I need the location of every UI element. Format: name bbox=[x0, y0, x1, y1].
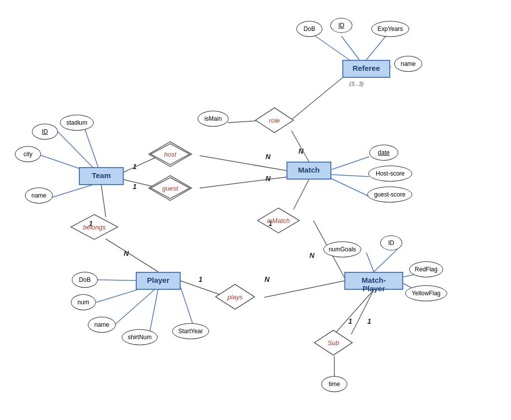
entity-referee: Referee bbox=[342, 60, 390, 78]
rel-role: role bbox=[255, 107, 294, 134]
card-plays-player: 1 bbox=[199, 275, 203, 283]
attr-match-guestscore: guest-score bbox=[367, 187, 412, 203]
attr-player-startyear: StartYear bbox=[172, 323, 209, 339]
svg-line-16 bbox=[291, 131, 309, 162]
attr-team-id: ID bbox=[32, 124, 58, 140]
card-sub-mp1: 1 bbox=[348, 317, 352, 325]
attr-match-hostscore: Host-score bbox=[368, 166, 412, 182]
attr-player-dob: DoB bbox=[72, 272, 98, 288]
rel-guest: guest bbox=[148, 175, 193, 202]
card-belongs-player: N bbox=[124, 249, 129, 257]
svg-line-34 bbox=[351, 290, 374, 334]
card-role-match: N bbox=[298, 147, 303, 155]
attr-sub-time: time bbox=[321, 376, 347, 392]
svg-line-29 bbox=[366, 252, 374, 272]
attr-team-name: name bbox=[25, 188, 53, 204]
entity-match: Match bbox=[286, 162, 331, 180]
attr-mp-yellowflag: YellowFlag bbox=[405, 285, 447, 301]
er-diagram: Team Match Referee Player Match-Player I… bbox=[0, 0, 511, 420]
attr-ref-name: name bbox=[394, 56, 422, 72]
attr-mp-redflag: RedFlag bbox=[409, 261, 443, 277]
card-plays-mp: N bbox=[264, 275, 269, 283]
rel-host: host bbox=[148, 141, 193, 168]
svg-line-22 bbox=[115, 286, 158, 325]
card-team-guest: 1 bbox=[133, 183, 137, 191]
ref-mult-label: (3...3) bbox=[349, 81, 364, 87]
attr-player-name: name bbox=[88, 317, 116, 333]
attr-ref-dob: DoB bbox=[296, 21, 322, 37]
attr-ref-id: ID bbox=[330, 18, 352, 33]
svg-line-23 bbox=[149, 288, 158, 337]
attr-ref-expyears: ExpYears bbox=[371, 21, 409, 37]
attr-mp-id: ID bbox=[380, 235, 402, 250]
svg-line-26 bbox=[264, 281, 344, 297]
rel-plays: plays bbox=[215, 283, 256, 310]
rel-inmatch: inMatch bbox=[256, 207, 300, 234]
svg-line-13 bbox=[309, 32, 349, 60]
svg-line-15 bbox=[291, 78, 342, 120]
rel-belongs: belongs bbox=[70, 213, 119, 240]
svg-line-8 bbox=[331, 157, 369, 170]
attr-match-date: date bbox=[369, 145, 398, 161]
svg-line-30 bbox=[374, 247, 399, 272]
card-sub-mp2: 1 bbox=[367, 317, 371, 325]
card-inmatch-mp: N bbox=[309, 251, 314, 259]
attr-ismain: isMain bbox=[198, 111, 229, 127]
card-team-host: 1 bbox=[133, 163, 137, 171]
svg-line-9 bbox=[331, 175, 369, 177]
attr-player-num: num bbox=[71, 294, 96, 310]
svg-line-7 bbox=[200, 177, 286, 188]
card-match-guest: N bbox=[265, 175, 270, 183]
entity-team: Team bbox=[79, 167, 124, 185]
attr-team-stadium: stadium bbox=[60, 115, 94, 131]
rel-sub: Sub bbox=[313, 329, 353, 356]
entity-player: Player bbox=[136, 272, 181, 290]
svg-line-10 bbox=[331, 179, 369, 197]
svg-line-19 bbox=[106, 239, 158, 272]
svg-line-12 bbox=[341, 36, 359, 60]
attr-team-city: city bbox=[15, 146, 41, 162]
entity-matchplayer: Match-Player bbox=[344, 272, 403, 290]
attr-player-shirtnum: shirtNum bbox=[122, 329, 158, 345]
attr-mp-numgoals: numGoals bbox=[323, 241, 361, 257]
svg-line-33 bbox=[334, 290, 374, 334]
svg-line-27 bbox=[293, 180, 309, 210]
svg-line-6 bbox=[200, 156, 286, 171]
svg-line-18 bbox=[101, 185, 106, 217]
card-match-host: N bbox=[265, 153, 270, 161]
